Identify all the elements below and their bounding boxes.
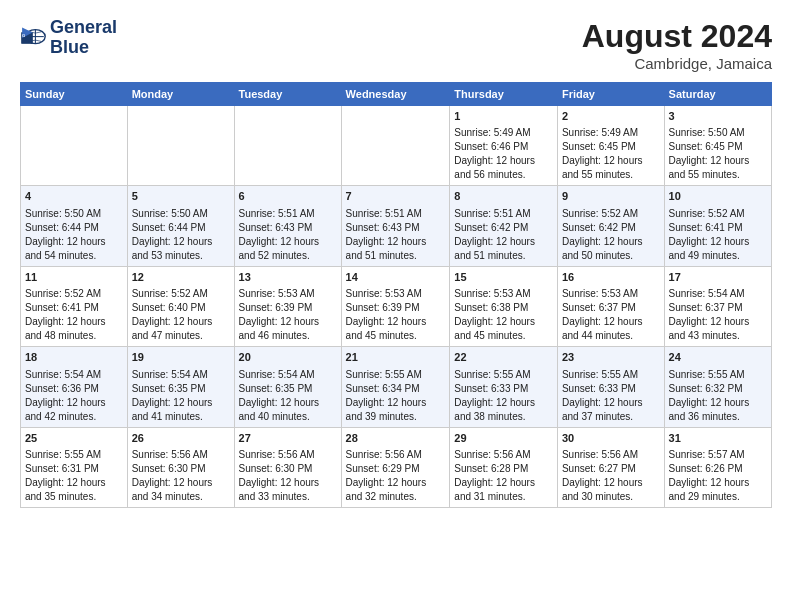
day-info-line: Sunset: 6:34 PM [346,382,446,396]
cell-week3-day5: 15Sunrise: 5:53 AMSunset: 6:38 PMDayligh… [450,266,558,346]
day-info-line: Sunrise: 5:55 AM [25,448,123,462]
day-info-line: Sunrise: 5:54 AM [239,368,337,382]
day-info-line: and 45 minutes. [454,329,553,343]
logo-text-line1: General [50,18,117,38]
cell-week1-day6: 2Sunrise: 5:49 AMSunset: 6:45 PMDaylight… [557,106,664,186]
day-info-line: Sunrise: 5:53 AM [239,287,337,301]
header: G General Blue August 2024 Cambridge, Ja… [20,18,772,72]
day-info-line: Daylight: 12 hours [132,476,230,490]
day-number: 13 [239,270,337,285]
day-info-line: and 37 minutes. [562,410,660,424]
cell-week4-day7: 24Sunrise: 5:55 AMSunset: 6:32 PMDayligh… [664,347,771,427]
day-info-line: Sunset: 6:45 PM [669,140,767,154]
day-number: 28 [346,431,446,446]
cell-week5-day7: 31Sunrise: 5:57 AMSunset: 6:26 PMDayligh… [664,427,771,507]
day-info-line: Daylight: 12 hours [25,476,123,490]
col-thursday: Thursday [450,83,558,106]
day-info-line: Sunset: 6:27 PM [562,462,660,476]
day-number: 16 [562,270,660,285]
day-number: 4 [25,189,123,204]
day-info-line: Daylight: 12 hours [132,235,230,249]
col-saturday: Saturday [664,83,771,106]
day-number: 11 [25,270,123,285]
day-info-line: Sunset: 6:35 PM [239,382,337,396]
day-info-line: and 31 minutes. [454,490,553,504]
day-info-line: Sunrise: 5:54 AM [132,368,230,382]
day-info-line: Daylight: 12 hours [562,396,660,410]
day-info-line: Sunrise: 5:54 AM [669,287,767,301]
day-info-line: Sunrise: 5:51 AM [239,207,337,221]
day-info-line: Sunset: 6:38 PM [454,301,553,315]
day-info-line: Sunset: 6:30 PM [132,462,230,476]
cell-week4-day2: 19Sunrise: 5:54 AMSunset: 6:35 PMDayligh… [127,347,234,427]
day-info-line: Sunrise: 5:56 AM [562,448,660,462]
day-info-line: Sunset: 6:44 PM [25,221,123,235]
day-number: 2 [562,109,660,124]
day-info-line: Sunset: 6:33 PM [562,382,660,396]
day-info-line: and 49 minutes. [669,249,767,263]
day-info-line: Sunrise: 5:52 AM [562,207,660,221]
day-info-line: Daylight: 12 hours [132,396,230,410]
day-info-line: Daylight: 12 hours [562,154,660,168]
day-info-line: Daylight: 12 hours [562,235,660,249]
day-info-line: and 38 minutes. [454,410,553,424]
day-info-line: Sunrise: 5:56 AM [454,448,553,462]
day-number: 18 [25,350,123,365]
day-number: 12 [132,270,230,285]
day-info-line: Sunrise: 5:57 AM [669,448,767,462]
day-info-line: and 53 minutes. [132,249,230,263]
day-info-line: Daylight: 12 hours [669,154,767,168]
day-info-line: and 51 minutes. [346,249,446,263]
day-info-line: Sunrise: 5:55 AM [454,368,553,382]
day-info-line: Sunset: 6:37 PM [562,301,660,315]
day-info-line: Daylight: 12 hours [346,235,446,249]
cell-week2-day7: 10Sunrise: 5:52 AMSunset: 6:41 PMDayligh… [664,186,771,266]
day-number: 5 [132,189,230,204]
day-number: 10 [669,189,767,204]
cell-week2-day6: 9Sunrise: 5:52 AMSunset: 6:42 PMDaylight… [557,186,664,266]
day-info-line: and 44 minutes. [562,329,660,343]
day-info-line: and 46 minutes. [239,329,337,343]
day-info-line: Sunrise: 5:52 AM [669,207,767,221]
cell-week2-day5: 8Sunrise: 5:51 AMSunset: 6:42 PMDaylight… [450,186,558,266]
day-info-line: Sunset: 6:30 PM [239,462,337,476]
main-title: August 2024 [582,18,772,55]
day-number: 6 [239,189,337,204]
calendar-page: G General Blue August 2024 Cambridge, Ja… [0,0,792,612]
day-info-line: Sunset: 6:46 PM [454,140,553,154]
logo: G General Blue [20,18,117,58]
cell-week1-day5: 1Sunrise: 5:49 AMSunset: 6:46 PMDaylight… [450,106,558,186]
day-info-line: Sunset: 6:31 PM [25,462,123,476]
cell-week1-day7: 3Sunrise: 5:50 AMSunset: 6:45 PMDaylight… [664,106,771,186]
week-row-1: 1Sunrise: 5:49 AMSunset: 6:46 PMDaylight… [21,106,772,186]
day-info-line: and 33 minutes. [239,490,337,504]
week-row-4: 18Sunrise: 5:54 AMSunset: 6:36 PMDayligh… [21,347,772,427]
day-number: 30 [562,431,660,446]
day-info-line: Sunset: 6:39 PM [346,301,446,315]
day-info-line: Sunrise: 5:50 AM [669,126,767,140]
subtitle: Cambridge, Jamaica [582,55,772,72]
cell-week2-day2: 5Sunrise: 5:50 AMSunset: 6:44 PMDaylight… [127,186,234,266]
logo-icon: G [20,24,48,52]
cell-week4-day6: 23Sunrise: 5:55 AMSunset: 6:33 PMDayligh… [557,347,664,427]
day-info-line: and 52 minutes. [239,249,337,263]
day-info-line: and 47 minutes. [132,329,230,343]
cell-week1-day2 [127,106,234,186]
week-row-5: 25Sunrise: 5:55 AMSunset: 6:31 PMDayligh… [21,427,772,507]
day-number: 27 [239,431,337,446]
day-number: 26 [132,431,230,446]
day-info-line: Sunset: 6:41 PM [669,221,767,235]
col-tuesday: Tuesday [234,83,341,106]
cell-week3-day1: 11Sunrise: 5:52 AMSunset: 6:41 PMDayligh… [21,266,128,346]
day-info-line: and 45 minutes. [346,329,446,343]
day-info-line: Sunrise: 5:50 AM [25,207,123,221]
day-number: 22 [454,350,553,365]
day-info-line: Daylight: 12 hours [669,396,767,410]
day-info-line: Daylight: 12 hours [25,315,123,329]
day-info-line: and 50 minutes. [562,249,660,263]
day-info-line: Sunrise: 5:56 AM [346,448,446,462]
day-number: 9 [562,189,660,204]
day-info-line: Sunset: 6:43 PM [346,221,446,235]
day-info-line: Sunset: 6:45 PM [562,140,660,154]
day-info-line: Sunrise: 5:51 AM [346,207,446,221]
